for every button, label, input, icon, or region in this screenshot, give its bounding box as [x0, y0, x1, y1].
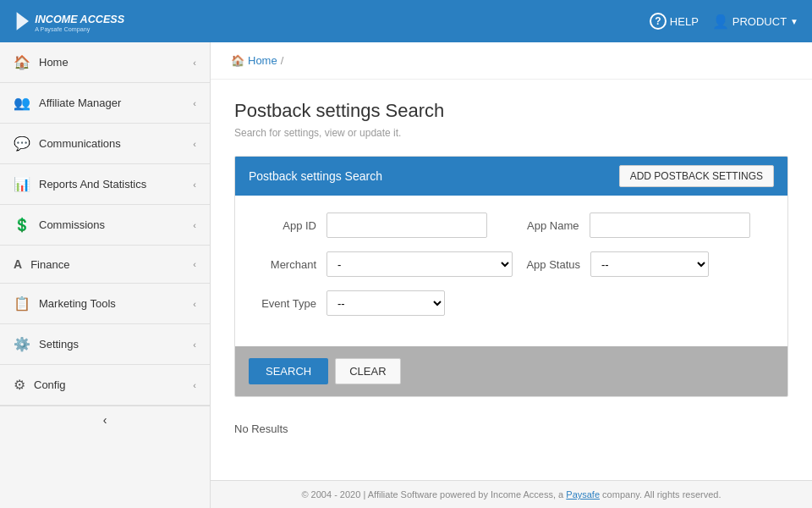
app-name-label: App Name: [512, 219, 579, 232]
footer-text-end: company. All rights reserved.: [602, 489, 721, 500]
chevron-icon: ‹: [193, 98, 196, 108]
chevron-icon: ‹: [193, 179, 196, 190]
commissions-icon: 💲: [14, 217, 30, 233]
search-panel-title: Postback settings Search: [249, 169, 382, 183]
sidebar-collapse-button[interactable]: ‹: [0, 406, 210, 433]
search-actions: SEARCH CLEAR: [235, 346, 787, 396]
sidebar-label-communications: Communications: [39, 137, 121, 150]
search-panel: Postback settings Search ADD POSTBACK SE…: [234, 156, 788, 397]
search-form: App ID App Name Merchant: [235, 196, 787, 346]
collapse-icon: ‹: [103, 413, 107, 427]
chevron-icon: ‹: [193, 380, 196, 390]
sidebar-item-marketing-tools[interactable]: 📋 Marketing Tools ‹: [0, 284, 210, 324]
chevron-icon: ‹: [193, 220, 196, 230]
svg-text:INCOME ACCESS: INCOME ACCESS: [35, 14, 124, 25]
sidebar-label-finance: Finance: [30, 258, 69, 271]
merchant-select[interactable]: -: [326, 251, 513, 277]
config-icon: ⚙: [14, 377, 25, 393]
sidebar-item-affiliate-manager[interactable]: 👥 Affiliate Manager ‹: [0, 83, 210, 124]
search-button[interactable]: SEARCH: [249, 358, 328, 384]
breadcrumb: 🏠 Home /: [211, 42, 812, 80]
sidebar-label-reports: Reports And Statistics: [39, 178, 146, 190]
app-status-label: App Status: [513, 258, 580, 271]
main-content: 🏠 Home / Postback settings Search Search…: [211, 42, 812, 508]
sidebar: 🏠 Home ‹ 👥 Affiliate Manager ‹ 💬 Communi…: [0, 42, 211, 508]
merchant-label: Merchant: [249, 258, 316, 271]
app-status-select[interactable]: --: [590, 251, 709, 277]
chevron-icon: ‹: [193, 139, 196, 149]
chevron-icon: ‹: [193, 299, 196, 309]
event-type-select[interactable]: --: [326, 290, 445, 316]
app-name-input[interactable]: [590, 213, 750, 238]
search-panel-header: Postback settings Search ADD POSTBACK SE…: [235, 157, 787, 196]
product-menu[interactable]: 👤 PRODUCT ▼: [712, 13, 798, 30]
form-row-1: App ID App Name: [249, 213, 774, 238]
person-icon: 👤: [712, 13, 729, 30]
clear-button[interactable]: CLEAR: [335, 358, 400, 384]
sidebar-label-config: Config: [34, 378, 66, 391]
app-id-input[interactable]: [326, 213, 487, 238]
main-layout: 🏠 Home ‹ 👥 Affiliate Manager ‹ 💬 Communi…: [0, 42, 812, 508]
sidebar-item-commissions[interactable]: 💲 Commissions ‹: [0, 205, 210, 246]
add-postback-settings-button[interactable]: ADD POSTBACK SETTINGS: [619, 165, 774, 187]
app-status-group: App Status --: [513, 251, 774, 277]
page-content: Postback settings Search Search for sett…: [211, 80, 812, 480]
footer-text: © 2004 - 2020 | Affiliate Software power…: [301, 489, 563, 500]
breadcrumb-home-icon: 🏠: [231, 54, 244, 67]
logo: INCOME ACCESS A Paysafe Company: [14, 6, 135, 36]
settings-icon: ⚙️: [14, 336, 30, 352]
footer: © 2004 - 2020 | Affiliate Software power…: [211, 480, 812, 508]
svg-marker-2: [17, 12, 29, 30]
form-row-3: Event Type --: [249, 290, 774, 316]
app-name-group: App Name: [512, 213, 775, 238]
breadcrumb-home-link[interactable]: Home: [248, 54, 277, 67]
form-row-2: Merchant - App Status --: [249, 251, 774, 277]
event-type-label: Event Type: [249, 297, 316, 310]
svg-text:A Paysafe Company: A Paysafe Company: [35, 25, 91, 33]
sidebar-label-affiliate-manager: Affiliate Manager: [39, 97, 121, 109]
chevron-icon: ‹: [193, 58, 196, 68]
page-title: Postback settings Search: [234, 100, 788, 122]
no-results-message: No Results: [234, 414, 788, 444]
home-icon: 🏠: [14, 54, 30, 70]
sidebar-label-home: Home: [39, 56, 69, 69]
sidebar-item-reports[interactable]: 📊 Reports And Statistics ‹: [0, 164, 210, 205]
sidebar-item-communications[interactable]: 💬 Communications ‹: [0, 124, 210, 164]
sidebar-item-settings[interactable]: ⚙️ Settings ‹: [0, 324, 210, 365]
sidebar-label-settings: Settings: [39, 338, 79, 351]
app-id-group: App ID: [249, 213, 512, 238]
app-id-label: App ID: [249, 219, 316, 232]
page-subtitle: Search for settings, view or update it.: [234, 127, 788, 139]
event-type-group: Event Type --: [249, 290, 512, 316]
sidebar-label-marketing-tools: Marketing Tools: [39, 297, 116, 310]
chevron-icon: ‹: [193, 259, 196, 269]
marketing-tools-icon: 📋: [14, 295, 30, 312]
sidebar-item-config[interactable]: ⚙ Config ‹: [0, 365, 210, 406]
breadcrumb-separator: /: [281, 54, 284, 67]
footer-paysafe-link[interactable]: Paysafe: [566, 489, 600, 500]
help-button[interactable]: ? HELP: [650, 13, 699, 30]
affiliate-manager-icon: 👥: [14, 95, 30, 111]
logo-svg: INCOME ACCESS A Paysafe Company: [14, 6, 135, 36]
sidebar-label-commissions: Commissions: [39, 218, 105, 231]
chevron-down-icon: ▼: [790, 17, 798, 26]
merchant-group: Merchant -: [249, 251, 513, 277]
help-icon: ?: [650, 13, 667, 30]
finance-icon: A: [14, 257, 22, 271]
sidebar-item-finance[interactable]: A Finance ‹: [0, 246, 210, 284]
product-label: PRODUCT: [732, 15, 787, 28]
reports-icon: 📊: [14, 176, 30, 192]
communications-icon: 💬: [14, 135, 30, 152]
help-label: HELP: [670, 15, 699, 28]
sidebar-item-home[interactable]: 🏠 Home ‹: [0, 42, 210, 83]
app-header: INCOME ACCESS A Paysafe Company ? HELP 👤…: [0, 0, 812, 42]
header-right: ? HELP 👤 PRODUCT ▼: [650, 13, 798, 30]
chevron-icon: ‹: [193, 340, 196, 350]
